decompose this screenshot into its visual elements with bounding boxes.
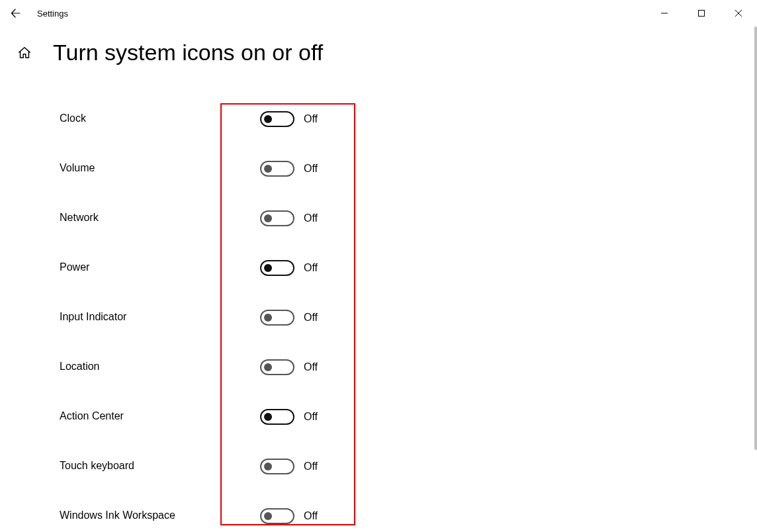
row-location: Location Off	[60, 353, 390, 402]
back-button[interactable]	[0, 0, 32, 26]
row-volume: Volume Off	[60, 154, 390, 204]
row-label: Windows Ink Workspace	[60, 510, 175, 521]
row-power: Power Off	[60, 253, 390, 303]
toggle-state: Off	[304, 212, 318, 224]
maximize-icon	[697, 9, 705, 17]
home-button[interactable]	[16, 44, 33, 62]
toggle-state: Off	[304, 461, 318, 472]
toggle-wrap: Off	[260, 111, 318, 127]
row-label: Action Center	[60, 410, 124, 422]
toggle-windows-ink-workspace[interactable]	[260, 508, 294, 524]
toggle-wrap: Off	[260, 359, 318, 375]
toggle-state: Off	[304, 312, 318, 324]
row-clock: Clock Off	[60, 105, 390, 154]
toggle-knob	[264, 363, 272, 371]
maximize-button[interactable]	[683, 0, 720, 26]
minimize-icon	[660, 9, 668, 17]
scrollbar[interactable]	[754, 26, 757, 450]
row-label: Network	[60, 212, 99, 224]
title-bar: Settings	[0, 0, 757, 26]
toggle-knob	[264, 214, 272, 222]
row-network: Network Off	[60, 204, 390, 253]
home-icon	[17, 46, 32, 60]
toggle-knob	[264, 115, 272, 123]
arrow-left-icon	[11, 8, 21, 19]
toggle-state: Off	[304, 510, 318, 522]
row-label: Location	[60, 361, 100, 373]
row-touch-keyboard: Touch keyboard Off	[60, 452, 390, 502]
row-action-center: Action Center Off	[60, 402, 390, 452]
toggle-state: Off	[304, 411, 318, 423]
row-input-indicator: Input Indicator Off	[60, 303, 390, 353]
row-label: Clock	[60, 112, 86, 124]
toggle-knob	[264, 463, 272, 470]
toggle-knob	[264, 314, 272, 322]
toggle-state: Off	[304, 262, 318, 274]
row-windows-ink-workspace: Windows Ink Workspace Off	[60, 502, 390, 532]
app-title: Settings	[37, 9, 68, 19]
toggle-wrap: Off	[260, 508, 318, 524]
toggle-wrap: Off	[260, 161, 318, 177]
close-button[interactable]	[720, 0, 757, 26]
page-title: Turn system icons on or off	[53, 40, 323, 66]
row-label: Volume	[60, 162, 95, 174]
toggle-knob	[264, 165, 272, 173]
toggle-wrap: Off	[260, 409, 318, 425]
toggle-state: Off	[304, 163, 318, 175]
svg-rect-1	[699, 11, 705, 17]
toggle-power[interactable]	[260, 260, 294, 276]
toggle-state: Off	[304, 113, 318, 125]
toggle-volume[interactable]	[260, 161, 294, 177]
toggle-knob	[264, 413, 272, 421]
toggle-knob	[264, 264, 272, 272]
toggle-network[interactable]	[260, 210, 294, 226]
page-header: Turn system icons on or off	[16, 40, 323, 66]
toggle-wrap: Off	[260, 310, 318, 326]
row-label: Touch keyboard	[60, 460, 134, 472]
toggle-action-center[interactable]	[260, 409, 294, 425]
system-icons-list: Clock Off Volume Off Network Off Power O…	[60, 105, 390, 532]
close-icon	[735, 9, 742, 17]
toggle-wrap: Off	[260, 260, 318, 276]
toggle-location[interactable]	[260, 359, 294, 375]
toggle-state: Off	[304, 361, 318, 373]
window-controls	[646, 0, 757, 26]
toggle-wrap: Off	[260, 210, 318, 226]
toggle-knob	[264, 512, 272, 520]
toggle-wrap: Off	[260, 459, 318, 474]
toggle-touch-keyboard[interactable]	[260, 459, 294, 474]
toggle-clock[interactable]	[260, 111, 294, 127]
row-label: Power	[60, 261, 89, 273]
row-label: Input Indicator	[60, 311, 126, 323]
toggle-input-indicator[interactable]	[260, 310, 294, 326]
minimize-button[interactable]	[646, 0, 683, 26]
